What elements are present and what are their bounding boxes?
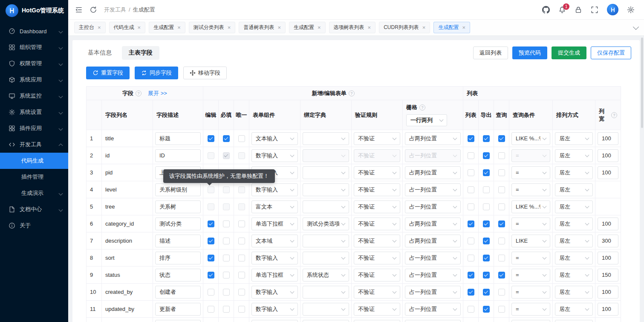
width-input[interactable]: 100 bbox=[598, 303, 618, 316]
list-checkbox[interactable] bbox=[468, 255, 474, 261]
export-checkbox[interactable] bbox=[483, 169, 490, 176]
export-checkbox[interactable] bbox=[483, 186, 490, 193]
unique-checkbox[interactable] bbox=[238, 152, 245, 159]
list-checkbox[interactable] bbox=[468, 169, 474, 176]
rule-select[interactable]: 不验证 bbox=[354, 200, 400, 213]
submit-generate-button[interactable]: 提交生成 bbox=[552, 46, 586, 59]
dict-select[interactable] bbox=[303, 183, 349, 196]
required-checkbox[interactable] bbox=[223, 272, 230, 278]
grid-select[interactable] bbox=[405, 320, 461, 322]
avatar[interactable] bbox=[607, 4, 618, 15]
edit-checkbox[interactable] bbox=[208, 289, 214, 296]
grid-select[interactable]: 占一列位置 bbox=[405, 252, 461, 264]
edit-checkbox[interactable] bbox=[208, 186, 214, 193]
query-cond-select[interactable]: = bbox=[511, 183, 550, 196]
component-select[interactable]: 数字输入 bbox=[251, 183, 298, 196]
tab-main-fields[interactable]: 主表字段 bbox=[122, 46, 159, 60]
query-cond-select[interactable]: = bbox=[511, 269, 550, 281]
sidebar-item-dashboard[interactable]: Dashboard bbox=[0, 23, 68, 39]
field-desc-input[interactable]: 创建者 bbox=[155, 286, 201, 299]
align-select[interactable]: 居左 bbox=[555, 218, 593, 230]
sidebar-collapse-icon[interactable] bbox=[75, 6, 83, 14]
required-checkbox[interactable] bbox=[223, 255, 230, 261]
grid-select[interactable]: 占两列位置 bbox=[405, 235, 461, 247]
component-select[interactable]: 单选下拉框 bbox=[251, 269, 298, 281]
grid-select[interactable]: 占两列位置 bbox=[405, 218, 461, 230]
width-input[interactable]: 100 bbox=[598, 218, 618, 230]
close-icon[interactable] bbox=[228, 25, 231, 30]
query-checkbox[interactable] bbox=[498, 220, 505, 227]
close-icon[interactable] bbox=[422, 25, 426, 30]
align-select[interactable]: 居左 bbox=[555, 235, 593, 247]
component-select[interactable]: 数字输入 bbox=[251, 286, 298, 299]
query-cond-select[interactable]: = bbox=[511, 218, 550, 230]
close-icon[interactable] bbox=[277, 25, 281, 30]
export-checkbox[interactable] bbox=[483, 220, 490, 227]
required-checkbox[interactable] bbox=[223, 135, 230, 142]
scrollbar-thumb[interactable] bbox=[641, 38, 643, 128]
dict-select[interactable]: 测试分类选项 bbox=[303, 218, 349, 230]
grid-select[interactable]: 占两列位置 bbox=[405, 132, 461, 145]
export-checkbox[interactable] bbox=[483, 152, 490, 159]
rule-select[interactable]: 不验证 bbox=[354, 166, 400, 179]
export-checkbox[interactable] bbox=[483, 306, 490, 313]
breadcrumb-section[interactable]: 开发工具 bbox=[104, 6, 126, 14]
query-checkbox[interactable] bbox=[498, 238, 505, 244]
close-icon[interactable] bbox=[318, 25, 321, 30]
notification-bell-icon[interactable]: 1 bbox=[558, 6, 566, 14]
component-select[interactable]: 富文本 bbox=[251, 200, 298, 213]
dict-select[interactable] bbox=[303, 149, 349, 162]
grid-select[interactable]: 占一列位置 bbox=[405, 183, 461, 196]
query-cond-select[interactable]: LIKE bbox=[511, 235, 550, 247]
dict-select[interactable] bbox=[303, 235, 349, 247]
edit-checkbox[interactable] bbox=[208, 135, 214, 142]
unique-checkbox[interactable] bbox=[238, 306, 245, 313]
rule-select[interactable]: 不验证 bbox=[354, 183, 400, 196]
list-checkbox[interactable] bbox=[468, 272, 474, 278]
component-select[interactable]: 文本域 bbox=[251, 235, 298, 247]
edit-checkbox[interactable] bbox=[208, 203, 214, 210]
query-checkbox[interactable] bbox=[498, 186, 505, 193]
export-checkbox[interactable] bbox=[483, 203, 490, 210]
field-desc-input[interactable]: 标题 bbox=[155, 132, 201, 145]
query-cond-select[interactable]: = bbox=[511, 149, 550, 162]
rule-select[interactable] bbox=[354, 320, 400, 322]
tabs-dropdown-chevron-icon[interactable] bbox=[633, 23, 639, 29]
sync-fields-button[interactable]: 同步字段 bbox=[135, 67, 178, 79]
query-cond-select[interactable] bbox=[511, 320, 550, 322]
back-to-list-button[interactable]: 返回列表 bbox=[473, 46, 508, 59]
close-icon[interactable] bbox=[462, 25, 465, 30]
field-desc-input[interactable]: 排序 bbox=[155, 252, 201, 264]
align-select[interactable]: 居左 bbox=[555, 200, 593, 213]
export-checkbox[interactable] bbox=[483, 255, 490, 261]
query-checkbox[interactable] bbox=[498, 169, 505, 176]
field-desc-input[interactable] bbox=[155, 320, 201, 322]
page-tab[interactable]: 普通树表列表 bbox=[239, 22, 286, 33]
width-input[interactable]: 100 bbox=[598, 166, 618, 179]
dict-select[interactable] bbox=[303, 252, 349, 264]
sidebar-item-settings[interactable]: 系统设置 bbox=[0, 104, 68, 120]
field-desc-input[interactable]: 更新者 bbox=[155, 303, 201, 316]
preview-code-button[interactable]: 预览代码 bbox=[512, 46, 547, 59]
edit-checkbox[interactable] bbox=[208, 255, 214, 261]
list-checkbox[interactable] bbox=[468, 306, 474, 313]
query-checkbox[interactable] bbox=[498, 255, 505, 261]
sidebar-item-plugin[interactable]: 插件应用 bbox=[0, 120, 68, 136]
close-icon[interactable] bbox=[98, 25, 101, 30]
query-cond-select[interactable]: = bbox=[511, 252, 550, 264]
required-checkbox[interactable] bbox=[223, 306, 230, 313]
save-config-button[interactable]: 仅保存配置 bbox=[591, 46, 631, 59]
list-checkbox[interactable] bbox=[468, 152, 474, 159]
required-checkbox[interactable] bbox=[223, 203, 230, 210]
query-checkbox[interactable] bbox=[498, 203, 505, 210]
required-checkbox[interactable] bbox=[223, 289, 230, 296]
refresh-icon[interactable] bbox=[90, 6, 97, 14]
page-tab[interactable]: 生成配置 bbox=[149, 22, 185, 33]
field-desc-input[interactable]: 关系树级别 bbox=[155, 183, 201, 196]
unique-checkbox[interactable] bbox=[238, 186, 245, 193]
edit-checkbox[interactable] bbox=[208, 152, 214, 159]
breadcrumb-page[interactable]: 生成配置 bbox=[133, 6, 155, 14]
grid-select[interactable]: 占两列位置 bbox=[405, 166, 461, 179]
unique-checkbox[interactable] bbox=[238, 289, 245, 296]
page-tab[interactable]: 选项树表列表 bbox=[329, 22, 376, 33]
